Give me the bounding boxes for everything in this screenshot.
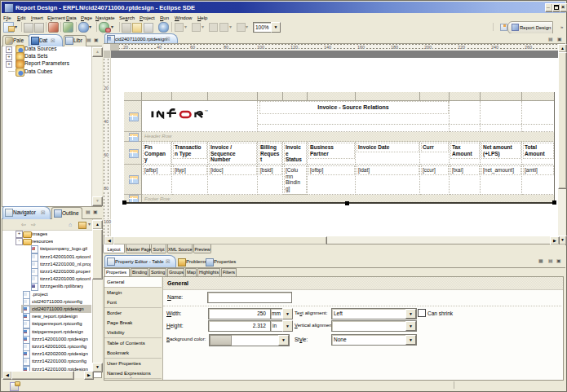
svg-text:™: ™ — [205, 109, 209, 113]
